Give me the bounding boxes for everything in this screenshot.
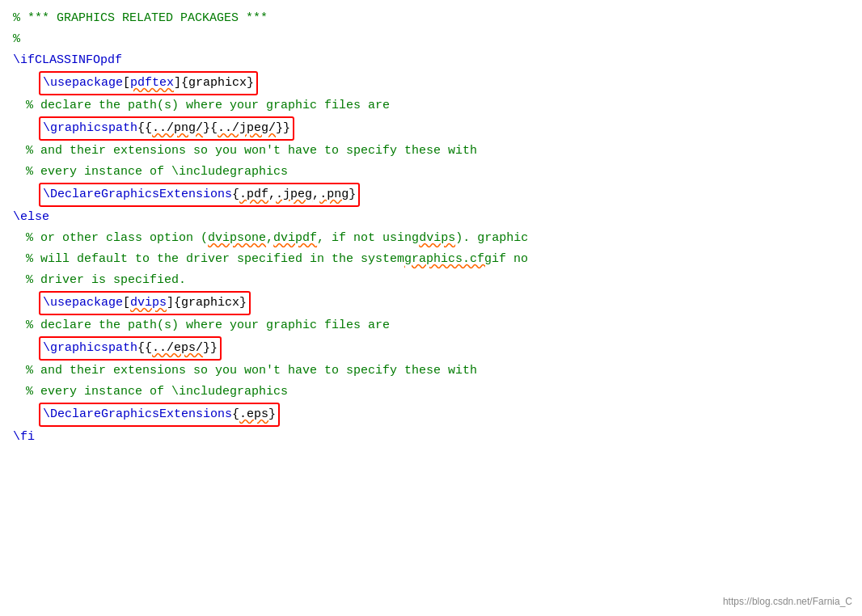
comment-text2: if no xyxy=(492,250,528,269)
code-line-13: % driver is specified. xyxy=(26,270,849,291)
code-line-20: \fi xyxy=(13,427,849,448)
boxed-command-5: \graphicspath{{../eps/}} xyxy=(39,336,222,361)
squiggly-dvipsone: dvipsone xyxy=(208,229,266,248)
option-bracket2: [ xyxy=(123,293,130,313)
keyword-fi: \fi xyxy=(13,428,35,447)
code-line-11: % or other class option (dvipsone, dvipd… xyxy=(26,228,849,249)
comma2: , xyxy=(312,185,319,205)
comment-text: % declare the path(s) where your graphic… xyxy=(26,96,390,116)
path-eps: ../eps/ xyxy=(152,339,203,358)
code-line-17: % and their extensions so you won't have… xyxy=(26,361,849,382)
code-line-5: % declare the path(s) where your graphic… xyxy=(26,95,849,116)
code-line-1: % *** GRAPHICS RELATED PACKAGES *** xyxy=(13,8,849,29)
command-declare: \DeclareGraphicsExtensions xyxy=(43,185,232,205)
ext-eps: .eps xyxy=(239,405,268,424)
comment-text: % every instance of \includegraphics xyxy=(26,382,288,402)
arg-paths: {{ xyxy=(137,119,152,138)
option-bracket-close2: ] xyxy=(167,293,174,313)
code-line-8: % every instance of \includegraphics xyxy=(26,162,849,183)
code-line-6: \graphicspath{{../png/}{../jpeg/}} xyxy=(39,116,849,141)
code-line-2: % xyxy=(13,29,849,50)
watermark: https://blog.csdn.net/Farnia_C xyxy=(723,594,852,610)
ext-pdf: .pdf xyxy=(239,185,268,205)
arg-eps-paths: {{ xyxy=(137,339,152,358)
code-line-3: \ifCLASSINFOpdf xyxy=(13,50,849,71)
arg-eps-ext-close: } xyxy=(268,405,276,424)
option-dvips: dvips xyxy=(130,293,167,313)
boxed-command-6: \DeclareGraphicsExtensions{.eps} xyxy=(39,403,280,427)
boxed-command-4: \usepackage[dvips]{graphicx} xyxy=(39,291,251,315)
option-bracket-close: ] xyxy=(174,74,181,93)
arg-eps-ext: { xyxy=(232,405,239,424)
comment-text: % *** GRAPHICS RELATED PACKAGES *** xyxy=(13,9,268,28)
comment-text: % and their extensions so you won't have… xyxy=(26,141,477,161)
keyword-text: \ifCLASSINFOpdf xyxy=(13,51,122,70)
command-graphicspath: \graphicspath xyxy=(43,119,137,138)
option-pdftex: pdftex xyxy=(130,74,174,93)
ext-png: .png xyxy=(319,185,349,205)
boxed-command-1: \usepackage[pdftex]{graphicx} xyxy=(39,71,258,95)
comment-text3: , if not using xyxy=(317,229,419,248)
code-line-4: \usepackage[pdftex]{graphicx} xyxy=(39,71,849,95)
comment-text: % will default to the driver specified i… xyxy=(26,250,404,269)
squiggly-dvips: dvips xyxy=(419,229,455,248)
boxed-command-2: \graphicspath{{../png/}{../jpeg/}} xyxy=(39,116,294,141)
keyword-else: \else xyxy=(13,208,49,227)
arg-exts: { xyxy=(232,185,239,205)
code-line-19: \DeclareGraphicsExtensions{.eps} xyxy=(39,403,849,427)
command-usepackage2: \usepackage xyxy=(43,293,123,313)
code-line-7: % and their extensions so you won't have… xyxy=(26,141,849,162)
squiggly-dvipdf: dvipdf xyxy=(273,229,317,248)
code-line-10: \else xyxy=(13,207,849,228)
arg-graphicx: {graphicx} xyxy=(181,74,254,93)
arg-paths2: }{ xyxy=(203,119,218,138)
code-line-9: \DeclareGraphicsExtensions{.pdf,.jpeg,.p… xyxy=(39,183,849,207)
squiggly-cfg: graphics.cfg xyxy=(404,250,492,269)
ext-jpeg: .jpeg xyxy=(276,185,312,205)
comment-text2: , xyxy=(266,229,273,248)
code-container: % *** GRAPHICS RELATED PACKAGES *** % \i… xyxy=(0,0,862,616)
code-line-15: % declare the path(s) where your graphic… xyxy=(26,315,849,336)
comment-text: % and their extensions so you won't have… xyxy=(26,361,477,381)
command-declare2: \DeclareGraphicsExtensions xyxy=(43,405,232,424)
option-bracket: [ xyxy=(123,74,130,93)
code-line-14: \usepackage[dvips]{graphicx} xyxy=(39,291,849,315)
boxed-command-3: \DeclareGraphicsExtensions{.pdf,.jpeg,.p… xyxy=(39,183,360,207)
code-line-12: % will default to the driver specified i… xyxy=(26,249,849,270)
arg-paths3: }} xyxy=(276,119,290,138)
code-line-16: \graphicspath{{../eps/}} xyxy=(39,336,849,361)
arg-exts-close: } xyxy=(349,185,356,205)
command-usepackage: \usepackage xyxy=(43,74,123,93)
comment-text: % declare the path(s) where your graphic… xyxy=(26,316,390,335)
path-jpeg: ../jpeg/ xyxy=(218,119,276,138)
comment-text4: ). graphic xyxy=(455,229,528,248)
comment-text: % xyxy=(13,30,20,49)
comment-text: % every instance of \includegraphics xyxy=(26,162,288,182)
arg-graphicx2: {graphicx} xyxy=(174,293,247,313)
arg-eps-paths-close: }} xyxy=(203,339,218,358)
path-png: ../png/ xyxy=(152,119,203,138)
comma1: , xyxy=(268,185,276,205)
code-line-18: % every instance of \includegraphics xyxy=(26,382,849,403)
command-graphicspath2: \graphicspath xyxy=(43,339,137,358)
comment-text: % or other class option ( xyxy=(26,229,208,248)
comment-text: % driver is specified. xyxy=(26,271,186,290)
